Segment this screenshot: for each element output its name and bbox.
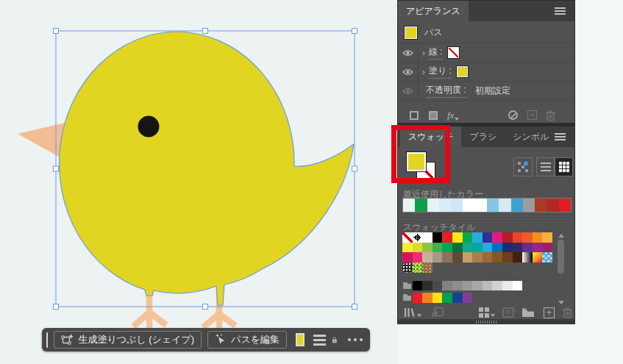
fill-visibility-cell[interactable]: [398, 63, 419, 81]
selection-handle[interactable]: [203, 29, 208, 34]
swatch-tile[interactable]: [472, 281, 483, 291]
grid-view-button[interactable]: [555, 157, 573, 176]
swatch-tile[interactable]: [502, 281, 513, 291]
swatch-tile[interactable]: [422, 243, 432, 253]
delete-swatch-icon[interactable]: [563, 307, 572, 318]
swatch-tile[interactable]: [483, 252, 493, 263]
swatch-tile[interactable]: [483, 243, 493, 253]
swatch-tile[interactable]: [452, 281, 463, 291]
swatch-tile[interactable]: [422, 281, 432, 291]
recent-color-swatch[interactable]: [511, 199, 523, 212]
appearance-row-fill[interactable]: › 塗り :: [398, 63, 574, 82]
recent-color-swatch[interactable]: [535, 199, 547, 212]
stroke-visibility-cell[interactable]: [398, 43, 419, 62]
bird-body-shape[interactable]: [60, 32, 354, 305]
opacity-label[interactable]: 不透明度 :: [426, 84, 466, 98]
swatch-tile[interactable]: [542, 252, 552, 263]
appearance-row-path[interactable]: パス: [398, 23, 574, 43]
swatch-tile[interactable]: [413, 243, 423, 253]
swatch-tile[interactable]: [442, 252, 452, 263]
expand-chevron-icon[interactable]: ›: [419, 66, 429, 77]
fill-label[interactable]: 塗り :: [429, 65, 452, 79]
swatch-tile[interactable]: [432, 252, 443, 263]
show-swatch-kinds-icon[interactable]: [478, 307, 490, 318]
taskbar-more-icon[interactable]: [348, 338, 363, 341]
swatch-tile[interactable]: [472, 243, 483, 253]
selection-handle[interactable]: [54, 166, 59, 171]
swatch-tile[interactable]: [402, 243, 413, 253]
swatch-tile[interactable]: [513, 232, 523, 243]
selection-handle[interactable]: [54, 304, 59, 310]
swatch-tile[interactable]: [513, 243, 523, 253]
swatch-tile[interactable]: [413, 252, 423, 263]
selection-handle[interactable]: [352, 166, 357, 171]
eye-icon[interactable]: [402, 68, 413, 76]
taskbar-menu-icon[interactable]: [313, 335, 326, 346]
recent-color-swatch[interactable]: [547, 199, 558, 212]
swatch-tile[interactable]: [502, 232, 513, 243]
tab-symbols[interactable]: シンボル: [505, 126, 557, 147]
swatch-tile[interactable]: [442, 281, 452, 291]
expand-chevron-icon[interactable]: ›: [419, 47, 429, 58]
swatch-tile[interactable]: [463, 252, 473, 263]
resize-grip-icon[interactable]: [476, 321, 496, 324]
panel-resize-strip[interactable]: [398, 319, 574, 324]
swatch-tile[interactable]: [463, 232, 473, 243]
swatch-tile[interactable]: [522, 232, 533, 243]
swatch-tile[interactable]: [413, 293, 423, 303]
libraries-button[interactable]: [513, 157, 533, 176]
swatch-tile[interactable]: [452, 293, 463, 303]
swatch-tile[interactable]: [413, 281, 423, 291]
recent-color-swatch[interactable]: [427, 199, 439, 212]
recent-color-swatch[interactable]: [499, 199, 510, 212]
fill-color-swatch[interactable]: [457, 66, 468, 77]
swatch-tile[interactable]: [492, 232, 502, 243]
swatch-tile[interactable]: [472, 252, 483, 263]
scrollbar-thumb[interactable]: [558, 240, 564, 274]
selection-handle[interactable]: [203, 304, 208, 310]
swatch-tile[interactable]: [483, 281, 493, 291]
edit-path-button[interactable]: パスを編集: [207, 331, 287, 349]
selection-handle[interactable]: [352, 29, 357, 34]
bird-eye[interactable]: [138, 116, 160, 138]
swatch-tile[interactable]: [463, 293, 473, 303]
swatch-tile[interactable]: [492, 281, 502, 291]
recent-color-swatch[interactable]: [415, 199, 427, 212]
canvas-area[interactable]: 生成塗りつぶし (シェイプ) パスを編集: [0, 0, 397, 364]
swatch-tile[interactable]: [542, 243, 552, 253]
swatch-tile[interactable]: [492, 243, 502, 253]
list-view-button[interactable]: [536, 157, 555, 176]
opacity-value[interactable]: 初期設定: [475, 85, 510, 97]
recent-color-swatch[interactable]: [451, 199, 463, 212]
recent-color-swatch[interactable]: [463, 199, 474, 212]
add-effect-icon[interactable]: fx: [447, 110, 454, 121]
swatch-tile[interactable]: [422, 293, 432, 303]
swatch-tile[interactable]: [502, 243, 513, 253]
selection-handle[interactable]: [54, 29, 59, 34]
swatch-tile[interactable]: [442, 243, 452, 253]
swatch-scrollbar[interactable]: [556, 232, 566, 306]
recent-color-swatch[interactable]: [475, 199, 487, 212]
appearance-row-opacity[interactable]: 不透明度 : 初期設定: [398, 82, 574, 101]
taskbar-drag-handle[interactable]: [46, 332, 48, 348]
appearance-panel-menu-icon[interactable]: [555, 7, 566, 16]
swatch-tile[interactable]: [432, 232, 443, 243]
swatch-tile[interactable]: [463, 243, 473, 253]
swatch-tile[interactable]: [442, 293, 452, 303]
swatch-tile[interactable]: [492, 252, 502, 263]
swatch-tile[interactable]: [402, 263, 413, 273]
swatch-tile[interactable]: [533, 232, 543, 243]
eye-icon[interactable]: [402, 49, 413, 57]
appearance-row-stroke[interactable]: › 線 :: [398, 43, 574, 63]
swatch-tile[interactable]: [522, 252, 533, 263]
recent-color-swatch[interactable]: [439, 199, 451, 212]
swatch-tile[interactable]: [422, 232, 432, 243]
swatch-tile[interactable]: [413, 263, 423, 273]
swatch-tile[interactable]: [422, 263, 432, 273]
swatch-tile[interactable]: [533, 243, 543, 253]
opacity-visibility-cell[interactable]: [398, 82, 419, 100]
swatch-tile[interactable]: [422, 252, 432, 263]
bird-beak[interactable]: [18, 123, 65, 157]
generative-fill-button[interactable]: 生成塗りつぶし (シェイプ): [54, 331, 202, 349]
swatch-tile[interactable]: [542, 232, 552, 243]
